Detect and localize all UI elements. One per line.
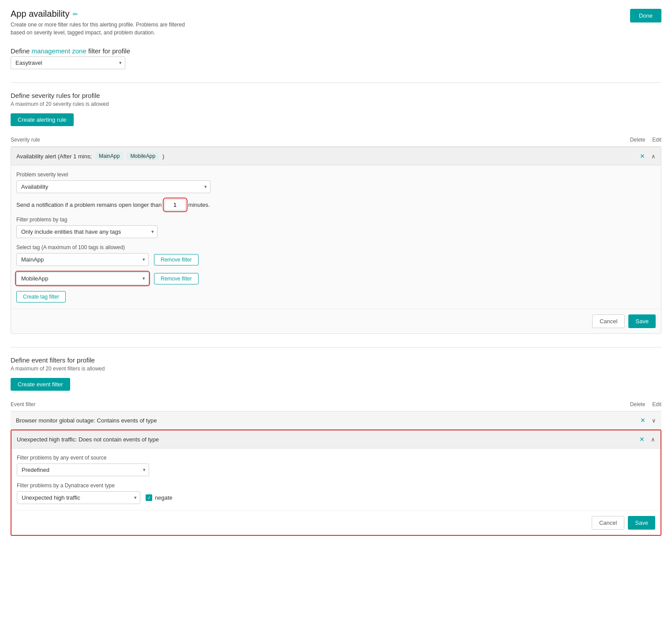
severity-cancel-button[interactable]: Cancel <box>592 314 625 328</box>
severity-table: Severity rule Delete Edit Availability a… <box>11 133 661 334</box>
notification-prefix: Send a notification if a problem remains… <box>16 202 162 208</box>
severity-rule-actions: ✕ ∧ <box>638 152 656 161</box>
event-filter-rule2-text: Unexpected high traffic: Does not contai… <box>17 436 159 443</box>
severity-section-subtitle: A maximum of 20 severity rules is allowe… <box>11 101 661 107</box>
management-zone-select[interactable]: Easytravel <box>11 56 125 69</box>
event-filter-rule2-fields: Filter problems by any event of source P… <box>11 448 661 504</box>
event-source-row: Predefined ▾ <box>17 463 655 476</box>
event-filters-subtitle: A maximum of 20 event filters is allowed <box>11 366 661 372</box>
page-title: App availability <box>11 9 69 19</box>
severity-rule-delete-icon[interactable]: ✕ <box>638 152 647 161</box>
divider-1 <box>11 82 661 83</box>
filter-by-tag-row: Only include entities that have any tags… <box>16 225 656 238</box>
event-filter-rule1-label: Browser monitor global outage: Contains … <box>16 417 157 424</box>
notification-row: Send a notification if a problem remains… <box>16 199 656 217</box>
availability-select-wrapper: Availability ▾ <box>16 180 210 193</box>
severity-delete-label: Delete <box>630 137 646 143</box>
page-title-row: App availability ✏ <box>11 9 187 19</box>
severity-edit-label: Edit <box>652 137 661 143</box>
event-filter-rule2-actions: ✕ ∧ <box>638 435 655 444</box>
create-alerting-rule-button[interactable]: Create alerting rule <box>11 113 74 126</box>
tag-mobileapp-row: MobileApp ▾ Remove filter <box>16 272 656 285</box>
event-filter-table-label: Event filter <box>11 401 36 407</box>
event-source-select-wrapper: Predefined ▾ <box>17 463 149 476</box>
negate-row: ✓ negate <box>146 494 173 501</box>
page-description: Create one or more filter rules for this… <box>11 21 187 37</box>
event-filters-section: Define event filters for profile A maxim… <box>11 356 661 536</box>
divider-2 <box>11 347 661 348</box>
event-filters-table: Event filter Delete Edit Browser monitor… <box>11 398 661 536</box>
event-filter-save-button[interactable]: Save <box>628 516 655 530</box>
severity-rule-header: Availability alert (After 1 mins; MainAp… <box>11 147 661 165</box>
notification-suffix: minutes. <box>188 202 210 208</box>
minutes-input[interactable] <box>165 199 186 210</box>
app-page: App availability ✏ Create one or more fi… <box>0 0 672 558</box>
event-filter-rule2-delete-icon[interactable]: ✕ <box>638 435 646 444</box>
event-filter-rule1-row[interactable]: Browser monitor global outage: Contains … <box>11 411 661 430</box>
event-type-row: Unexpected high traffic ▾ ✓ negate <box>17 491 655 504</box>
management-zone-link[interactable]: management zone <box>32 47 86 55</box>
event-filter-rule1-text: Browser monitor global outage: Contains … <box>16 417 157 424</box>
event-type-label: Filter problems by a Dynatrace event typ… <box>17 482 655 489</box>
severity-tag-mainapp: MainApp <box>95 152 123 160</box>
severity-tag-mobileapp: MobileApp <box>127 152 159 160</box>
event-filter-rule1-expand-icon[interactable]: ∨ <box>652 417 656 424</box>
mobileapp-select-wrapper: MobileApp ▾ <box>16 272 149 285</box>
create-tag-filter-button[interactable]: Create tag filter <box>16 291 66 303</box>
event-filter-cancel-button[interactable]: Cancel <box>592 516 624 530</box>
severity-save-button[interactable]: Save <box>628 314 656 328</box>
filter-by-tag-label: Filter problems by tag <box>16 217 656 223</box>
event-filter-edit-label: Edit <box>652 401 661 407</box>
event-type-select[interactable]: Unexpected high traffic <box>17 491 140 504</box>
event-source-label: Filter problems by any event of source <box>17 455 655 461</box>
tag-filter-select-wrapper: Only include entities that have any tags… <box>16 225 158 238</box>
tag-select-label: Select tag (A maximum of 100 tags is all… <box>16 244 656 250</box>
severity-rule-label: Availability alert (After 1 mins; MainAp… <box>16 152 164 160</box>
event-filter-rule1-delete-icon[interactable]: ✕ <box>638 416 647 425</box>
event-filter-action-buttons: Cancel Save <box>11 510 661 535</box>
event-filter-table-header: Event filter Delete Edit <box>11 398 661 411</box>
mainapp-select-wrapper: MainApp ▾ <box>16 253 149 266</box>
management-zone-title: Define management zone filter for profil… <box>11 47 661 55</box>
event-type-select-wrapper: Unexpected high traffic ▾ <box>17 491 140 504</box>
done-button[interactable]: Done <box>630 9 661 22</box>
tag-mainapp-row: MainApp ▾ Remove filter <box>16 253 656 266</box>
management-zone-section: Define management zone filter for profil… <box>11 47 661 69</box>
negate-checkbox[interactable]: ✓ <box>146 494 152 501</box>
severity-section-title: Define severity rules for profile <box>11 92 661 99</box>
severity-action-buttons: Cancel Save <box>11 309 661 333</box>
availability-select[interactable]: Availability <box>16 180 210 193</box>
event-filter-rule2-expanded: Unexpected high traffic: Does not contai… <box>11 430 661 536</box>
page-header: App availability ✏ Create one or more fi… <box>11 9 661 37</box>
page-header-left: App availability ✏ Create one or more fi… <box>11 9 187 37</box>
event-filter-table-actions: Delete Edit <box>630 401 661 407</box>
event-filter-rule1-actions: ✕ ∨ <box>638 416 656 425</box>
event-filter-rule2-label: Unexpected high traffic: Does not contai… <box>17 436 159 443</box>
event-filter-rule2-collapse-icon[interactable]: ∧ <box>651 436 655 443</box>
severity-rule-expanded: Availability alert (After 1 mins; MainAp… <box>11 147 661 334</box>
edit-title-icon[interactable]: ✏ <box>73 11 78 18</box>
mainapp-select[interactable]: MainApp <box>16 253 149 266</box>
severity-rule-text: Availability alert (After 1 mins; <box>16 153 92 160</box>
mobileapp-select[interactable]: MobileApp <box>16 272 149 285</box>
problem-severity-label: Problem severity level <box>16 172 656 178</box>
severity-table-header: Severity rule Delete Edit <box>11 133 661 147</box>
event-filters-title: Define event filters for profile <box>11 356 661 364</box>
negate-label: negate <box>155 494 173 501</box>
severity-section: Define severity rules for profile A maxi… <box>11 92 661 334</box>
severity-field-group: Problem severity level Availability ▾ Se… <box>11 165 661 303</box>
severity-rule-collapse-icon[interactable]: ∧ <box>651 153 656 160</box>
event-source-select[interactable]: Predefined <box>17 463 149 476</box>
remove-mobileapp-button[interactable]: Remove filter <box>154 273 199 284</box>
severity-table-label: Severity rule <box>11 137 40 143</box>
management-zone-select-wrapper: Easytravel ▾ <box>11 56 125 69</box>
create-event-filter-button[interactable]: Create event filter <box>11 378 70 391</box>
tag-filter-select[interactable]: Only include entities that have any tags <box>16 225 158 238</box>
remove-mainapp-button[interactable]: Remove filter <box>154 254 199 265</box>
event-filter-delete-label: Delete <box>630 401 646 407</box>
severity-rule-close: ) <box>162 153 164 160</box>
problem-severity-row: Availability ▾ <box>16 180 656 193</box>
severity-table-actions: Delete Edit <box>630 137 661 143</box>
event-filter-rule2-header: Unexpected high traffic: Does not contai… <box>11 430 661 448</box>
